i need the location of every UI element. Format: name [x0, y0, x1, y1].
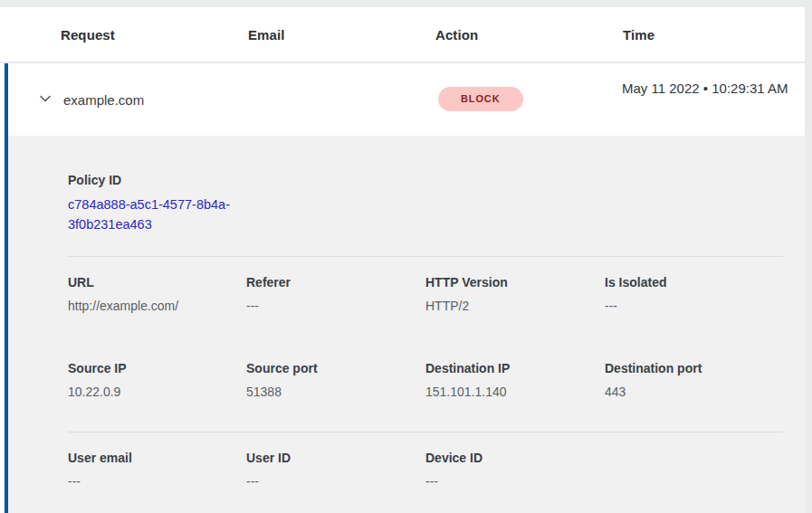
source-port-field: Source port 51388: [246, 361, 425, 399]
source-ip-label: Source IP: [68, 361, 246, 375]
referer-value: ---: [246, 299, 425, 313]
destination-port-label: Destination port: [605, 361, 784, 375]
user-id-value: ---: [246, 474, 425, 489]
detail-fields-row: URL http://example.com/ Referer --- HTTP…: [68, 275, 784, 313]
column-header-email: Email: [248, 27, 285, 43]
source-port-label: Source port: [246, 361, 425, 375]
device-id-label: Device ID: [425, 451, 605, 465]
http-version-value: HTTP/2: [425, 299, 605, 313]
http-version-label: HTTP Version: [425, 275, 605, 290]
right-margin: [805, 7, 812, 513]
policy-id-label: Policy ID: [68, 173, 267, 187]
detail-fields-row: Source IP 10.22.0.9 Source port 51388 De…: [68, 361, 784, 399]
destination-port-value: 443: [605, 385, 784, 399]
is-isolated-value: ---: [605, 299, 784, 313]
user-email-value: ---: [68, 474, 246, 489]
destination-port-field: Destination port 443: [605, 361, 784, 399]
expanded-log-entry: example.com BLOCK May 11 2022 • 10:29:31…: [0, 63, 805, 513]
source-ip-value: 10.22.0.9: [68, 385, 246, 399]
column-header-request: Request: [61, 27, 115, 43]
section-divider: [68, 432, 783, 432]
http-version-field: HTTP Version HTTP/2: [425, 275, 605, 313]
section-divider: [68, 256, 783, 257]
policy-id-link[interactable]: c784a888-a5c1-4577-8b4a-3f0b231ea463: [68, 195, 253, 234]
top-margin: [0, 0, 812, 7]
action-block-badge: BLOCK: [438, 87, 523, 111]
time-cell: May 11 2022 • 10:29:31 AM: [622, 78, 788, 100]
gateway-log-panel: Request Email Action Time example.com BL…: [0, 0, 812, 513]
referer-field: Referer ---: [246, 275, 425, 313]
url-field: URL http://example.com/: [68, 275, 246, 313]
request-cell: example.com: [63, 92, 144, 108]
destination-ip-value: 151.101.1.140: [425, 385, 605, 399]
collapse-row-button[interactable]: [34, 90, 56, 109]
referer-label: Referer: [246, 275, 425, 290]
log-detail-panel: Policy ID c784a888-a5c1-4577-8b4a-3f0b23…: [8, 136, 805, 513]
url-label: URL: [68, 275, 246, 290]
is-isolated-label: Is Isolated: [605, 275, 784, 290]
user-id-field: User ID ---: [246, 451, 425, 489]
action-cell: BLOCK: [438, 87, 523, 111]
column-header-time: Time: [623, 27, 654, 43]
destination-ip-field: Destination IP 151.101.1.140: [425, 361, 605, 399]
user-email-label: User email: [68, 451, 246, 465]
is-isolated-field: Is Isolated ---: [605, 275, 784, 313]
chevron-down-icon: [38, 91, 53, 109]
url-value: http://example.com/: [68, 299, 246, 313]
source-port-value: 51388: [246, 385, 425, 399]
policy-id-field: Policy ID c784a888-a5c1-4577-8b4a-3f0b23…: [68, 173, 267, 234]
device-id-field: Device ID ---: [425, 451, 605, 489]
source-ip-field: Source IP 10.22.0.9: [68, 361, 246, 399]
user-id-label: User ID: [246, 451, 425, 465]
log-table-row[interactable]: example.com BLOCK May 11 2022 • 10:29:31…: [8, 63, 805, 136]
detail-fields-row: User email --- User ID --- Device ID ---: [68, 451, 784, 489]
column-header-action: Action: [435, 27, 478, 43]
destination-ip-label: Destination IP: [425, 361, 605, 375]
log-table-header: Request Email Action Time: [6, 7, 805, 62]
device-id-value: ---: [425, 474, 605, 489]
user-email-field: User email ---: [68, 451, 246, 489]
